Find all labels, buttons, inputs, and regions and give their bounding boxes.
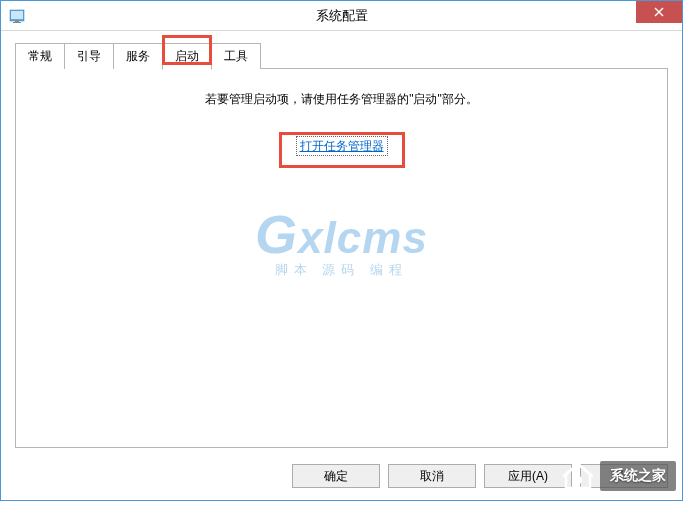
house-icon	[560, 458, 596, 494]
tab-tools[interactable]: 工具	[211, 43, 261, 69]
tab-boot[interactable]: 引导	[64, 43, 114, 69]
tab-startup[interactable]: 启动	[162, 43, 212, 70]
tab-services[interactable]: 服务	[113, 43, 163, 69]
titlebar: 系统配置	[1, 1, 682, 31]
panel-content: 若要管理启动项，请使用任务管理器的"启动"部分。 打开任务管理器	[16, 69, 667, 155]
apply-button[interactable]: 应用(A)	[484, 464, 572, 488]
ok-button[interactable]: 确定	[292, 464, 380, 488]
close-button[interactable]	[636, 1, 682, 23]
svg-rect-2	[15, 21, 19, 22]
tab-general[interactable]: 常规	[15, 43, 65, 69]
open-task-manager-link[interactable]: 打开任务管理器	[296, 136, 388, 156]
link-wrapper: 打开任务管理器	[296, 136, 388, 155]
app-icon	[9, 8, 25, 24]
tab-bar: 常规 引导 服务 启动 工具	[15, 43, 668, 69]
svg-rect-1	[11, 11, 23, 19]
svg-rect-3	[13, 22, 21, 23]
overlay-brand-text: 系统之家	[600, 461, 676, 491]
close-icon	[654, 7, 664, 17]
overlay-brand-badge: 系统之家	[560, 458, 676, 494]
system-config-window: 系统配置 常规 引导 服务 启动 工具 若要管理启动项，请使用任务管理器的"启动…	[0, 0, 683, 501]
instruction-text: 若要管理启动项，请使用任务管理器的"启动"部分。	[16, 91, 667, 108]
svg-point-6	[575, 477, 581, 483]
content-area: 常规 引导 服务 启动 工具 若要管理启动项，请使用任务管理器的"启动"部分。 …	[1, 31, 682, 450]
tab-panel-startup: 若要管理启动项，请使用任务管理器的"启动"部分。 打开任务管理器	[15, 68, 668, 448]
window-title: 系统配置	[316, 7, 368, 25]
cancel-button[interactable]: 取消	[388, 464, 476, 488]
